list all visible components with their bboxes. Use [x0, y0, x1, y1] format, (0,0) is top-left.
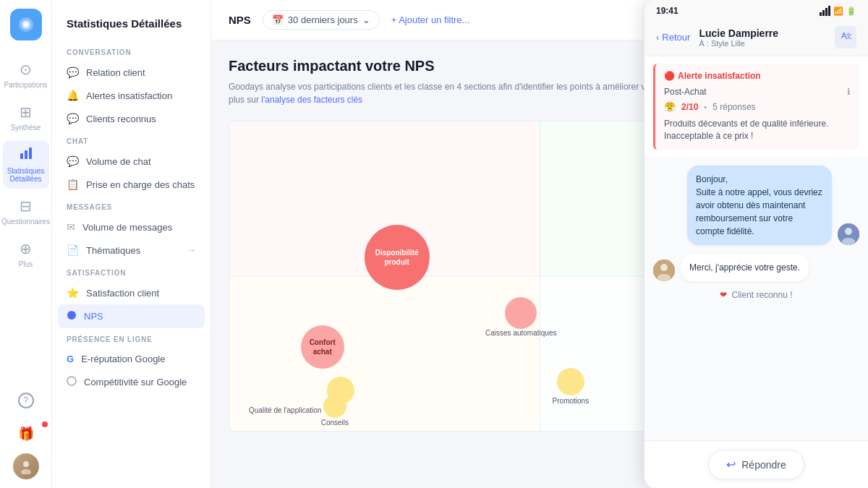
signal-bars: [820, 6, 830, 16]
nav-volume-messages[interactable]: ✉ Volume de messages: [52, 215, 210, 239]
nav-nps[interactable]: NPS: [58, 304, 205, 328]
sidebar-item-participations[interactable]: ⊙ Participations: [3, 55, 49, 95]
user-avatar[interactable]: [13, 453, 39, 479]
competitivite-label: Compétitivité sur Google: [84, 377, 187, 388]
prise-label: Prise en charge des chats: [86, 179, 195, 190]
participations-label: Participations: [4, 81, 47, 89]
nav-competitivite[interactable]: Compétitivité sur Google: [52, 370, 210, 394]
translate-button[interactable]: A 文: [835, 26, 856, 48]
svg-point-14: [845, 228, 852, 235]
bubble-caisses-label: Caisses automatiques: [485, 329, 556, 337]
category-label: Post-Achat: [664, 87, 707, 97]
conversation-user: Lucie Dampierre À : Style Lille: [699, 27, 826, 48]
section-messages: MESSAGES: [52, 196, 210, 215]
nav-prise-en-charge[interactable]: 📋 Prise en charge des chats: [52, 173, 210, 196]
overlay-panel: 19:41 📶 🔋 ‹ Retour Lucie Dampierre À: [644, 0, 868, 488]
nav-alertes[interactable]: 🔔 Alertes insatisfaction: [52, 84, 210, 107]
page-title: NPS: [229, 14, 251, 26]
section-satisfaction: SATISFACTION: [52, 262, 210, 281]
sidebar-item-synthese[interactable]: ⊞ Synthèse: [3, 98, 49, 137]
section-conversation: CONVERSATION: [52, 41, 210, 61]
nav-relation-client[interactable]: 💬 Relation client: [52, 61, 210, 84]
back-button[interactable]: ‹ Retour: [656, 32, 690, 43]
alert-text: Produits décevants et de qualité inférie…: [664, 118, 851, 142]
svg-point-6: [23, 461, 29, 467]
nav-clients-reconnus[interactable]: 💬 Clients reconnus: [52, 107, 210, 130]
help-button[interactable]: ?: [3, 387, 49, 414]
reply-label: Répondre: [741, 459, 786, 471]
synthese-icon: ⊞: [20, 103, 32, 121]
nps-label: NPS: [84, 311, 103, 322]
reply-button[interactable]: ↩ Répondre: [708, 450, 804, 479]
svg-point-2: [24, 22, 28, 27]
ereputation-label: E-réputation Google: [81, 354, 165, 364]
plus-icon: ⊕: [20, 240, 32, 257]
gift-button[interactable]: 🎁: [3, 420, 49, 448]
star-icon: ⭐: [67, 287, 79, 299]
clients-reconnus-label: Clients reconnus: [86, 114, 156, 124]
nav-volume-chat[interactable]: 💬 Volume de chat: [52, 150, 210, 173]
add-filter-label: + Ajouter un filtre...: [391, 14, 470, 25]
bubble-confort[interactable]: Confort achat: [301, 325, 344, 369]
messages-area: Bonjour,Suite à notre appel, vous devrie…: [644, 157, 868, 440]
phone-header: 19:41 📶 🔋: [644, 0, 868, 19]
reply-bar: ↩ Répondre: [644, 440, 868, 488]
prise-icon: 📋: [67, 179, 79, 190]
user-subtitle: À : Style Lille: [699, 39, 826, 48]
svg-point-17: [660, 264, 668, 271]
bubble-promotions-label: Promotions: [553, 397, 590, 405]
phone-time: 19:41: [656, 6, 678, 16]
svg-point-18: [658, 274, 671, 281]
conversation-header: ‹ Retour Lucie Dampierre À : Style Lille…: [644, 19, 868, 56]
bubble-conseils-label: Conseils: [321, 419, 349, 427]
calendar-icon: 📅: [272, 14, 284, 25]
bubble-disponibilite[interactable]: Disponibilitéproduit: [365, 225, 430, 290]
add-filter-button[interactable]: + Ajouter un filtre...: [391, 14, 470, 25]
competitivite-icon: [67, 376, 77, 388]
bubble-promotions[interactable]: [557, 368, 584, 395]
alert-emoji: 🔴: [664, 71, 675, 81]
info-icon[interactable]: ℹ: [847, 87, 851, 97]
bubble-caisses[interactable]: [505, 297, 537, 329]
nav-satisfaction-client[interactable]: ⭐ Satisfaction client: [52, 281, 210, 304]
chart-link[interactable]: l'analyse des facteurs clés: [261, 95, 362, 105]
volume-chat-icon: 💬: [67, 155, 79, 167]
wifi-icon: 📶: [833, 7, 843, 16]
rating-row: 😤 2/10 • 5 réponses: [664, 101, 851, 112]
synthese-label: Synthèse: [11, 124, 41, 132]
svg-rect-3: [20, 153, 23, 159]
agent-avatar: [838, 223, 859, 245]
date-filter[interactable]: 📅 30 derniers jours ⌄: [263, 10, 380, 30]
mail-icon: ✉: [67, 221, 75, 233]
sidebar-item-questionnaires[interactable]: ⊟ Questionnaires: [3, 192, 49, 231]
user-name: Lucie Dampierre: [699, 27, 826, 39]
statistiques-icon: [19, 146, 33, 164]
questionnaires-label: Questionnaires: [1, 218, 50, 226]
left-nav-panel: Statistiques Détaillées CONVERSATION 💬 R…: [52, 0, 211, 488]
plus-label: Plus: [19, 260, 33, 268]
svg-point-15: [842, 238, 855, 245]
nav-ereputation[interactable]: G E-réputation Google: [52, 348, 210, 370]
alert-category: Post-Achat ℹ: [664, 87, 851, 97]
heart-icon: ❤: [720, 290, 727, 300]
client-reconnu-badge: ❤ Client reconnu !: [653, 290, 859, 300]
section-chat: CHAT: [52, 130, 210, 150]
customer-avatar: [653, 260, 675, 281]
thematiques-icon: 📄: [67, 244, 79, 256]
help-icon: ?: [18, 393, 34, 408]
relation-client-label: Relation client: [86, 67, 145, 78]
sidebar-item-plus[interactable]: ⊕ Plus: [3, 234, 49, 274]
agent-message-text: Bonjour,Suite à notre appel, vous devrie…: [696, 174, 822, 236]
bubble-conseils[interactable]: [323, 395, 346, 418]
alert-box: 🔴 Alerte insatisfaction Post-Achat ℹ 😤 2…: [653, 64, 859, 150]
clients-icon: 💬: [67, 113, 79, 124]
bell-icon: 🔔: [67, 90, 79, 101]
nav-thematiques[interactable]: 📄 Thématiques →: [52, 239, 210, 262]
bubble-qualite-label: Qualité de l'application: [249, 406, 321, 414]
app-logo[interactable]: [10, 9, 42, 40]
svg-point-8: [67, 311, 76, 320]
volume-chat-label: Volume de chat: [86, 156, 151, 167]
sidebar-item-statistiques[interactable]: StatistiquesDétaillées: [3, 140, 49, 189]
participations-icon: ⊙: [20, 61, 32, 78]
phone-status-icons: 📶 🔋: [820, 6, 856, 16]
